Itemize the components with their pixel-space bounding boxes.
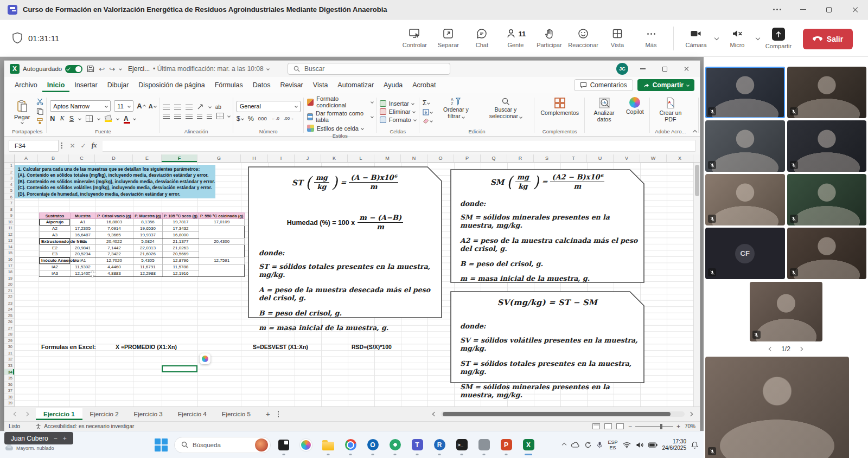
- row-header-32[interactable]: 32: [4, 356, 14, 363]
- gallery-prev-button[interactable]: [769, 347, 773, 351]
- column-header-X[interactable]: X: [667, 154, 693, 162]
- hscroll-left[interactable]: [432, 412, 437, 416]
- chrome-icon[interactable]: [344, 438, 357, 451]
- autosave-toggle[interactable]: [65, 65, 82, 73]
- column-header-F[interactable]: F: [162, 154, 197, 162]
- rstudio-icon[interactable]: R: [433, 438, 446, 451]
- accessibility-status[interactable]: Accesibilidad: es necesario investigar: [35, 423, 134, 429]
- orientation-icon[interactable]: [197, 104, 205, 110]
- hidden-icons-chevron[interactable]: [562, 442, 566, 447]
- fill-chevron[interactable]: [116, 117, 119, 120]
- ribbon-tab-fórmulas[interactable]: Fórmulas: [210, 78, 248, 92]
- increase-font-button[interactable]: A: [137, 102, 145, 110]
- row-header-1[interactable]: 1: [4, 163, 14, 169]
- column-header-Q[interactable]: Q: [481, 154, 507, 162]
- ribbon-tab-archivo[interactable]: Archivo: [10, 78, 42, 92]
- battery-icon[interactable]: [648, 442, 658, 448]
- column-header-C[interactable]: C: [69, 154, 95, 162]
- row-header-4[interactable]: 4: [4, 182, 14, 188]
- green-app-icon[interactable]: [388, 438, 401, 451]
- row-header-18[interactable]: 18: [4, 269, 14, 275]
- mic-options-chevron[interactable]: [754, 32, 762, 42]
- row-header-27[interactable]: 27: [4, 325, 14, 332]
- cell-styles-button[interactable]: Estilos de celda: [307, 125, 373, 132]
- column-header-B[interactable]: B: [38, 154, 69, 162]
- ribbon-tab-disposición-de-página[interactable]: Disposición de página: [133, 78, 209, 92]
- people-button[interactable]: 11 Gente: [499, 24, 532, 50]
- column-header-J[interactable]: J: [295, 154, 321, 162]
- sort-filter-button[interactable]: AZ Ordenar y filtrar: [436, 95, 477, 127]
- row-header-25[interactable]: 25: [4, 313, 14, 319]
- sheet-tab-ejercicio-3[interactable]: Ejercicio 3: [126, 408, 170, 420]
- wrap-text-icon[interactable]: ab: [215, 104, 221, 110]
- participant-video[interactable]: [705, 67, 785, 118]
- terminal-icon[interactable]: >_: [455, 438, 468, 451]
- column-header-T[interactable]: T: [560, 154, 587, 162]
- notifications-bell-icon[interactable]: [691, 441, 698, 449]
- row-header-14[interactable]: 14: [4, 244, 14, 250]
- popout-button[interactable]: Separar: [431, 24, 465, 50]
- thousands-button[interactable]: 000: [258, 116, 267, 121]
- increase-indent-icon[interactable]: [207, 114, 212, 119]
- format-cells-button[interactable]: Formato: [380, 117, 416, 123]
- column-header-H[interactable]: H: [241, 154, 268, 162]
- zoom-level[interactable]: 70%: [685, 423, 695, 429]
- bold-button[interactable]: N: [50, 115, 55, 122]
- new-sheet-button[interactable]: +: [258, 410, 278, 418]
- font-color-icon[interactable]: A: [124, 115, 129, 122]
- share-workbook-button[interactable]: Compartir: [637, 79, 694, 91]
- row-header-3[interactable]: 3: [4, 175, 14, 182]
- camera-options-chevron[interactable]: [713, 32, 720, 42]
- ribbon-tab-automatizar[interactable]: Automatizar: [333, 78, 379, 92]
- number-format-select[interactable]: General: [237, 101, 301, 112]
- ribbon-tab-datos[interactable]: Datos: [248, 78, 276, 92]
- column-header-W[interactable]: W: [640, 154, 667, 162]
- column-header-P[interactable]: P: [454, 154, 481, 162]
- file-explorer-icon[interactable]: [322, 438, 335, 451]
- column-header-I[interactable]: I: [268, 154, 295, 162]
- participant-video[interactable]: [787, 67, 867, 118]
- row-header-7[interactable]: 7: [4, 200, 14, 207]
- row-header-12[interactable]: 12: [4, 231, 14, 238]
- selected-cell[interactable]: [162, 365, 197, 372]
- sheet-nav-left[interactable]: [14, 412, 18, 416]
- row-header-8[interactable]: 8: [4, 207, 14, 213]
- row-header-34[interactable]: 34: [4, 369, 14, 376]
- formula-input[interactable]: [103, 140, 695, 152]
- column-header-L[interactable]: L: [348, 154, 374, 162]
- clear-button[interactable]: [423, 118, 432, 124]
- row-header-21[interactable]: 21: [4, 288, 14, 294]
- ribbon-tab-insertar[interactable]: Insertar: [69, 78, 102, 92]
- column-header-N[interactable]: N: [401, 154, 427, 162]
- row-header-36[interactable]: 36: [4, 382, 14, 388]
- cancel-entry-icon[interactable]: ✕: [70, 142, 75, 150]
- copilot-taskbar-icon[interactable]: [299, 438, 312, 451]
- row-header-17[interactable]: 17: [4, 263, 14, 269]
- window-close-button[interactable]: [842, 0, 868, 19]
- page-break-view-button[interactable]: [616, 423, 624, 429]
- teams-taskbar-icon[interactable]: T: [411, 438, 424, 451]
- user-avatar[interactable]: JC: [616, 63, 628, 75]
- row-header-5[interactable]: 5: [4, 188, 14, 194]
- ribbon-tab-acrobat[interactable]: Acrobat: [407, 78, 441, 92]
- participant-video[interactable]: [705, 120, 785, 172]
- sheet-tab-ejercicio-2[interactable]: Ejercicio 2: [82, 408, 126, 420]
- percent-button[interactable]: %: [248, 115, 254, 122]
- window-restore-button[interactable]: [816, 0, 842, 19]
- format-painter-icon[interactable]: [36, 118, 43, 125]
- name-box[interactable]: F34: [9, 140, 59, 152]
- excel-taskbar-icon[interactable]: X: [522, 438, 535, 451]
- doc-title-chevron[interactable]: [266, 67, 270, 70]
- document-title[interactable]: Ejerci...: [128, 65, 150, 73]
- conditional-formatting-button[interactable]: Formato condicional: [307, 95, 373, 108]
- zoom-slider[interactable]: − +: [628, 423, 680, 430]
- ribbon-tab-vista[interactable]: Vista: [308, 78, 333, 92]
- powerpoint-icon[interactable]: P: [500, 438, 513, 451]
- ribbon-tab-dibujar[interactable]: Dibujar: [103, 78, 134, 92]
- column-header-O[interactable]: O: [427, 154, 454, 162]
- excel-restore-button[interactable]: [658, 67, 672, 72]
- addins-button[interactable]: Complementos: [538, 95, 582, 127]
- wifi-icon[interactable]: [623, 442, 631, 448]
- undo-button[interactable]: ↩: [99, 65, 105, 73]
- cut-icon[interactable]: [36, 98, 43, 105]
